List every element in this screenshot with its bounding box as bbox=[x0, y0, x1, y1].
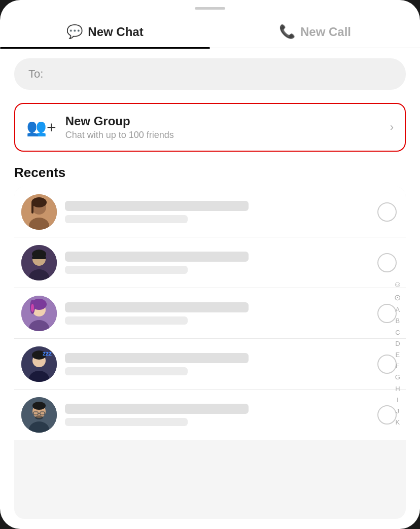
avatar bbox=[21, 397, 57, 433]
contact-checkbox[interactable] bbox=[377, 202, 397, 222]
svg-point-3 bbox=[31, 197, 47, 207]
svg-rect-4 bbox=[31, 202, 33, 214]
alpha-f[interactable]: F bbox=[394, 361, 402, 371]
contact-name-bar bbox=[65, 302, 249, 312]
contact-name-bar bbox=[65, 252, 249, 262]
contact-sub-bar bbox=[65, 215, 188, 223]
tab-new-chat-label: New Chat bbox=[88, 25, 143, 39]
alpha-d[interactable]: D bbox=[393, 338, 402, 348]
contact-info bbox=[65, 252, 371, 274]
new-group-icon: 👥+ bbox=[26, 118, 56, 137]
chat-icon: 💬 bbox=[66, 24, 83, 40]
alpha-a[interactable]: A bbox=[393, 305, 402, 315]
contact-checkbox[interactable] bbox=[377, 253, 397, 272]
avatar: zzz bbox=[21, 346, 57, 382]
new-group-title: New Group bbox=[65, 114, 385, 128]
contact-row[interactable] bbox=[14, 288, 406, 339]
alpha-j[interactable]: J bbox=[394, 406, 402, 416]
contact-row[interactable] bbox=[14, 390, 406, 440]
tab-new-call-label: New Call bbox=[300, 25, 351, 39]
call-icon: 📞 bbox=[279, 24, 295, 40]
alpha-recent-icon[interactable]: ⊙ bbox=[392, 291, 403, 303]
contact-row[interactable] bbox=[14, 237, 406, 288]
svg-text:zzz: zzz bbox=[43, 350, 52, 357]
alpha-b[interactable]: B bbox=[393, 316, 402, 326]
avatar bbox=[21, 245, 57, 280]
alpha-c[interactable]: C bbox=[393, 327, 402, 337]
contact-info bbox=[65, 302, 371, 325]
contact-info bbox=[65, 404, 371, 426]
svg-rect-9 bbox=[32, 256, 46, 259]
contact-name-bar bbox=[65, 404, 249, 414]
avatar bbox=[21, 194, 57, 230]
contact-sub-bar bbox=[65, 316, 188, 325]
phone-container: 💬 New Chat 📞 New Call To: 👥+ New Group C… bbox=[0, 0, 420, 529]
to-field-container: To: bbox=[0, 48, 420, 95]
new-group-button[interactable]: 👥+ New Group Chat with up to 100 friends… bbox=[14, 103, 406, 152]
tab-new-call[interactable]: 📞 New Call bbox=[210, 15, 420, 48]
svg-point-15 bbox=[31, 304, 34, 312]
alpha-index-sidebar: ☺ ⊙ A B C D E F G H I J K bbox=[390, 274, 406, 432]
recents-list: zzz bbox=[14, 187, 406, 519]
new-group-text: New Group Chat with up to 100 friends bbox=[65, 114, 385, 140]
chevron-right-icon: › bbox=[390, 121, 394, 134]
new-group-subtitle: Chat with up to 100 friends bbox=[65, 130, 385, 140]
contact-info bbox=[65, 201, 371, 223]
contact-sub-bar bbox=[65, 266, 188, 274]
drag-handle bbox=[195, 7, 225, 10]
alpha-e[interactable]: E bbox=[393, 350, 402, 360]
contact-name-bar bbox=[65, 353, 249, 363]
contact-row[interactable] bbox=[14, 187, 406, 237]
alpha-k[interactable]: K bbox=[393, 417, 402, 428]
contact-sub-bar bbox=[65, 418, 188, 426]
avatar bbox=[21, 296, 57, 331]
contact-info bbox=[65, 353, 371, 375]
to-input[interactable]: To: bbox=[14, 58, 406, 90]
svg-point-28 bbox=[35, 415, 43, 419]
recents-list-wrapper: zzz bbox=[14, 187, 406, 519]
recents-header: Recents bbox=[0, 160, 420, 187]
contact-row[interactable]: zzz bbox=[14, 339, 406, 390]
tab-new-chat[interactable]: 💬 New Chat bbox=[0, 15, 210, 48]
svg-point-24 bbox=[32, 402, 46, 410]
tabs-bar: 💬 New Chat 📞 New Call bbox=[0, 15, 420, 48]
alpha-i[interactable]: I bbox=[395, 395, 401, 405]
bottom-padding bbox=[0, 519, 420, 529]
contact-name-bar bbox=[65, 201, 249, 211]
alpha-h[interactable]: H bbox=[393, 383, 402, 394]
recents-title: Recents bbox=[14, 165, 65, 180]
contact-sub-bar bbox=[65, 367, 188, 375]
alpha-emoji-icon[interactable]: ☺ bbox=[392, 278, 404, 290]
alpha-g[interactable]: G bbox=[393, 372, 402, 382]
